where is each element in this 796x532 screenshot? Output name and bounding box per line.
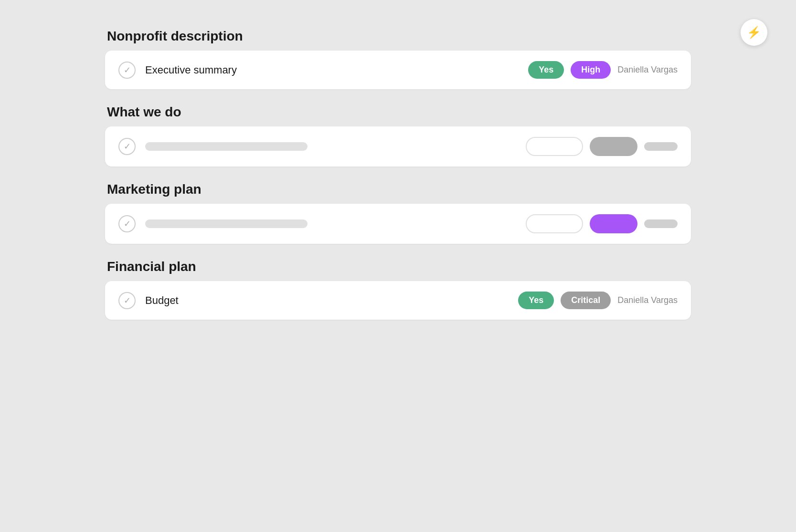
yes-badge[interactable]: Yes: [528, 61, 564, 79]
card-right-section: [526, 214, 678, 233]
section-title-nonprofit-description: Nonprofit description: [105, 29, 691, 44]
priority-badge[interactable]: Critical: [561, 292, 611, 309]
card-marketing-plan-item[interactable]: ✓: [105, 204, 691, 244]
card-label: Executive summary: [145, 64, 519, 76]
card-right-section: YesHighDaniella Vargas: [528, 61, 678, 79]
section-title-marketing-plan: Marketing plan: [105, 182, 691, 197]
assignee-placeholder: [644, 219, 678, 228]
section-what-we-do: What we do✓: [105, 104, 691, 167]
yes-badge[interactable]: Yes: [518, 292, 554, 309]
card-label-placeholder: [145, 142, 308, 151]
priority-badge[interactable]: High: [571, 61, 611, 79]
assignee-label: Daniella Vargas: [617, 295, 678, 305]
lightning-button[interactable]: ⚡: [741, 19, 767, 46]
priority-badge-placeholder: [590, 137, 637, 156]
checkmark-icon: ✓: [118, 62, 136, 79]
lightning-icon: ⚡: [747, 26, 761, 39]
assignee-label: Daniella Vargas: [617, 65, 678, 75]
card-right-section: YesCriticalDaniella Vargas: [518, 292, 678, 309]
section-nonprofit-description: Nonprofit description✓Executive summaryY…: [105, 29, 691, 89]
card-executive-summary[interactable]: ✓Executive summaryYesHighDaniella Vargas: [105, 51, 691, 89]
card-what-we-do-item[interactable]: ✓: [105, 126, 691, 167]
section-marketing-plan: Marketing plan✓: [105, 182, 691, 244]
assignee-placeholder: [644, 142, 678, 151]
yes-badge-placeholder: [526, 137, 583, 156]
sections-container: Nonprofit description✓Executive summaryY…: [105, 29, 691, 320]
checkmark-icon: ✓: [118, 215, 136, 232]
section-financial-plan: Financial plan✓BudgetYesCriticalDaniella…: [105, 259, 691, 320]
checkmark-icon: ✓: [118, 292, 136, 309]
yes-badge-placeholder: [526, 214, 583, 233]
card-label: Budget: [145, 294, 509, 307]
checkmark-icon: ✓: [118, 138, 136, 155]
section-title-what-we-do: What we do: [105, 104, 691, 120]
section-title-financial-plan: Financial plan: [105, 259, 691, 274]
card-budget[interactable]: ✓BudgetYesCriticalDaniella Vargas: [105, 281, 691, 320]
priority-badge-placeholder: [590, 214, 637, 233]
card-label-placeholder: [145, 219, 308, 228]
card-right-section: [526, 137, 678, 156]
